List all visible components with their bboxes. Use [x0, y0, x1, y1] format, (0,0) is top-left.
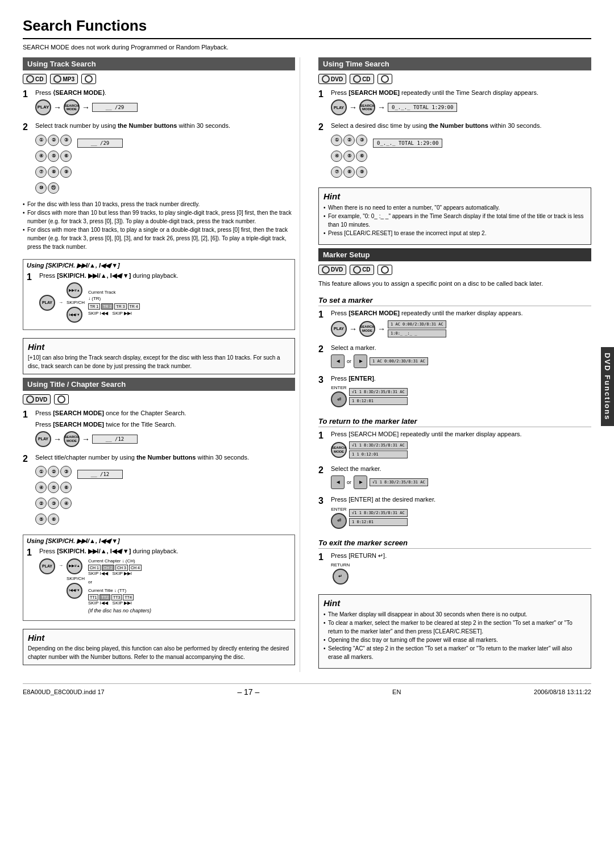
num-grid-top: ① ② ③ [35, 135, 72, 146]
sm-display1a: 1 AC 0:00/2:3D/8:31 AC [388, 320, 446, 328]
num8: ⑧ [48, 166, 59, 178]
ch-labels: CH 1 CH 2 CH 3 CH 4 [88, 565, 151, 571]
skip2-step1: 1 Press [SKIP/CH. ▶▶I/▲, I◀◀/▼] during p… [27, 547, 291, 613]
set-marker-title: To set a marker [318, 296, 591, 306]
step2-text: Select track number by using the Number … [35, 122, 295, 130]
hint4-title: Hint [323, 598, 586, 608]
sm-step3-text: Press [ENTER]. [331, 374, 591, 383]
rm-step3-text: Press [ENTER] at the desired marker. [331, 495, 591, 504]
sm-display3a: √1 1 8:3D/2:35/8:31 AC [349, 388, 408, 396]
tc-step2-text: Select title/chapter number by using the… [35, 453, 295, 462]
num3: ③ [60, 135, 72, 146]
ts-search-btn: SEARCH MODE [359, 99, 375, 115]
skip2-play-btn: PLAY [39, 558, 55, 574]
step2-display: __ /29 [77, 139, 123, 148]
skip-step1: 1 Press [SKIP/CH. ▶▶I/▲, I◀◀/▼] during p… [27, 272, 291, 323]
ts-num3: ⑦ ⑧ ⑨ [331, 166, 367, 178]
current-ch-label: Current Chapter ↓ (CH) [88, 558, 151, 564]
skip2-label: SKIP/CH [67, 576, 85, 581]
tc-step1-num: 1 [23, 409, 32, 420]
skip-title1: Using [SKIP/CH. ▶▶I/▲, I◀◀/▼] [27, 262, 291, 269]
sm-step1-num: 1 [318, 309, 327, 320]
sm-step1-text: Press [SEARCH MODE] repeatedly until the… [331, 309, 591, 318]
rm-display3b: 1 0:12:01 [349, 518, 408, 526]
rm-left-btn: ◀ [331, 475, 345, 489]
ts-n7: ⑦ [331, 166, 342, 178]
track-search-header: Using Track Search [23, 57, 295, 70]
step2-num: 2 [23, 122, 32, 132]
set-marker-section: To set a marker 1 Press [SEARCH MODE] re… [318, 296, 591, 409]
num0: ⑩ [35, 182, 47, 194]
skip2-step1-content: Press [SKIP/CH. ▶▶I/▲, I◀◀/▼] during pla… [39, 547, 291, 613]
sm-or: or [347, 358, 351, 364]
arrow2: → [82, 103, 90, 112]
tc-step1-text1: Press [SEARCH MODE] once for the Chapter… [35, 409, 295, 418]
hint2-title: Hint [28, 633, 290, 642]
tc-num-grid4: ⑤ ⑥ [35, 514, 72, 525]
cd-disc-ts [353, 75, 361, 83]
ts-step2-content: Select a desired disc time by using the … [331, 122, 591, 179]
tc-num4: ④ [35, 482, 47, 493]
ts-num2: ④ ⑤ ⑥ [331, 151, 367, 162]
tr-label: ↓ (TR) [88, 296, 140, 301]
sm-diagram2: ◀ or ▶ 1 AC 0:00/2:3D/8:31 AC [331, 354, 591, 368]
skip2-arrow: → [59, 563, 63, 568]
track-search-media: CD MP3 [23, 74, 295, 84]
skip-play-btn: PLAY [39, 295, 55, 311]
rm-enter-label: ENTER [331, 507, 346, 512]
skip-title2: Using [SKIP/CH. ▶▶I/▲, I◀◀/▼] [27, 537, 291, 545]
ts-num1: ① ② ③ [331, 135, 367, 146]
rm-step1-num: 1 [318, 430, 327, 441]
skip-section1: Using [SKIP/CH. ▶▶I/▲, I◀◀/▼] 1 Press [S… [23, 259, 295, 330]
tt1: TT1 [88, 594, 98, 600]
tt-skip-left: SKIP I◀◀ [88, 600, 108, 606]
num-grid-last: ⑩ ⑪ [35, 182, 72, 194]
hint3-bullets: When there is no need to enter a number,… [323, 203, 586, 237]
m-extra-badge [377, 265, 392, 275]
rm-step1-content: Press [SEARCH MODE] repeatedly until the… [331, 430, 591, 460]
sm-display1b: 1:0:_ _:_ _ [388, 329, 446, 337]
sm-right-btn: ▶ [354, 354, 367, 368]
hint1-text: [+10] can also bring the Track search di… [28, 353, 290, 370]
sm-step2: 2 Select a marker. ◀ or ▶ 1 AC 0:00/2:3D… [318, 344, 591, 370]
num2: ② [48, 135, 59, 146]
hint4-b2: To clear a marker, select the marker to … [323, 619, 586, 636]
num7: ⑦ [35, 166, 47, 178]
exit-marker-title: To exit the marker screen [318, 539, 591, 549]
hint3-box: Hint When there is no need to enter a nu… [318, 187, 591, 245]
intro-text: SEARCH MODE does not work during Program… [23, 44, 591, 51]
time-search-media: DVD CD [318, 74, 591, 84]
tc-step2-content: Select title/chapter number by using the… [35, 453, 295, 527]
rm-display2: √1 1 8:3D/2:35/8:31 AC [370, 478, 428, 486]
tt3: TT3 [111, 594, 122, 600]
num4: ④ [35, 151, 47, 162]
tc-num-grid2: ④ ⑤ ⑥ [35, 482, 72, 493]
hint1-title: Hint [28, 342, 290, 352]
extra-badge [81, 74, 96, 84]
track-search-section: Using Track Search CD MP3 1 Press ⟨SEARC… [23, 57, 295, 251]
rm-display1a: √1 1 8:3D/2:35/8:31 AC [349, 441, 408, 449]
rm-diagram3: ENTER ⏎ √1 1 8:3D/2:35/8:31 AC 1 0:12:01 [331, 507, 591, 529]
num9: ⑨ [60, 166, 72, 178]
skip-step1-num: 1 [27, 272, 36, 282]
sm-display2: 1 AC 0:00/2:3D/8:31 AC [370, 357, 428, 365]
hint4-b3: Opening the disc tray or turning off the… [323, 636, 586, 644]
current-track-label: Current Track [88, 290, 140, 295]
cd-disc-m [353, 266, 361, 274]
cd-disc-icon [26, 75, 34, 83]
hint2-text: Depending on the disc being played, this… [28, 644, 290, 661]
rm-display1b: 1 1 0:12:01 [349, 450, 408, 458]
exit-step1-content: Press [RETURN ↵]. RETURN ↵ [331, 552, 591, 586]
tc-num-grid3: ② ③ ④ [35, 498, 72, 509]
exit-step1-num: 1 [318, 552, 327, 562]
cd-badge-m: CD [350, 265, 374, 275]
title-chapter-header: Using Title / Chapter Search [23, 378, 295, 391]
ts-n6: ⑥ [356, 151, 367, 162]
ch4: CH 4 [129, 565, 142, 571]
sm-enter-btn: ⏎ [331, 391, 347, 407]
sm-left-btn: ◀ [331, 354, 345, 368]
track-bullet2: For discs with more than 10 but less tha… [23, 208, 295, 226]
cd-badge-ts: CD [350, 74, 374, 84]
ch-skip-left: SKIP I◀◀ [88, 571, 108, 576]
sm-step3-num: 3 [318, 374, 327, 385]
